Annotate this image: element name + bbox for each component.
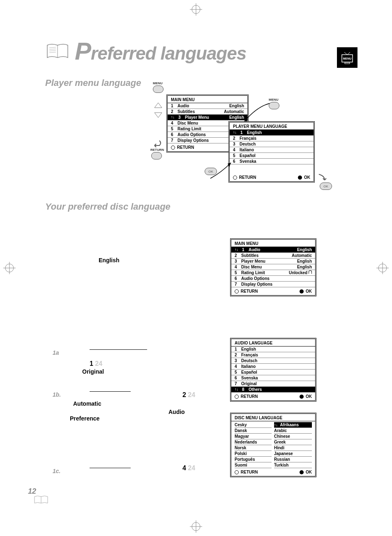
step-1a: 1a bbox=[53, 349, 59, 356]
return-text: RETURN bbox=[241, 289, 258, 293]
menu-button-icon-2 bbox=[269, 102, 279, 109]
crop-mark-top bbox=[190, 3, 202, 16]
osd-row: ↑↓ 3 Player Menu English bbox=[168, 115, 247, 120]
osd-row: ↑↓ 6 Svenska bbox=[231, 375, 315, 381]
svg-marker-23 bbox=[228, 163, 231, 167]
osd-row: ↑↓ 3 Deutsch bbox=[231, 358, 315, 364]
return-icon bbox=[235, 470, 239, 474]
ghost-24-b: 24 bbox=[188, 391, 195, 398]
crop-mark-bottom bbox=[190, 520, 202, 533]
lang-item: Dansk bbox=[235, 428, 272, 434]
num-2: 2 bbox=[182, 391, 186, 398]
ok-text: OK bbox=[306, 470, 312, 474]
return-text: RETURN bbox=[241, 470, 258, 474]
lang-item: Norsk bbox=[235, 445, 272, 451]
osd-row: ↑↓ 1 Audio English bbox=[231, 247, 315, 253]
return-icon bbox=[235, 395, 239, 399]
osd-row: ↑↓ 3 Deutsch bbox=[230, 141, 314, 147]
osd-row: ↑↓ 2 Français bbox=[231, 352, 315, 358]
page-title: Preferred languages bbox=[75, 37, 246, 65]
osd-row: ↑↓ 6 Svenska bbox=[230, 159, 314, 164]
return-label: RETURN bbox=[150, 148, 164, 152]
return-text: RETURN bbox=[239, 175, 256, 180]
return-icon bbox=[235, 289, 239, 293]
book-icon bbox=[45, 41, 70, 62]
lang-item: Hindi bbox=[274, 445, 312, 451]
osd-row: ↑↓ 4 Italiano bbox=[230, 147, 314, 153]
svg-text:MENU: MENU bbox=[343, 57, 352, 60]
osd-row: ↑↓ 4 Disc Menu English bbox=[231, 264, 315, 270]
lang-item: Cesky bbox=[235, 422, 272, 428]
osd-row: ↑↓ 5 Español bbox=[231, 370, 315, 375]
lang-item: Japanese bbox=[274, 451, 312, 457]
osd-title: AUDIO LANGUAGE bbox=[231, 339, 315, 347]
ok-dot-icon bbox=[300, 395, 304, 399]
osd-row: ↑↓ 2 Français bbox=[230, 136, 314, 141]
step-1c: 1c. bbox=[53, 468, 60, 474]
lang-item: ↑↓ Afrikaans bbox=[274, 422, 312, 428]
label-english: English bbox=[99, 257, 120, 263]
svg-marker-20 bbox=[154, 103, 162, 108]
lang-item: Greek bbox=[274, 439, 312, 445]
crop-mark-right bbox=[376, 262, 389, 274]
updown-arrows-icon bbox=[153, 102, 164, 120]
return-text: RETURN bbox=[241, 394, 258, 399]
osd-row: ↑↓ 2 Subtitles Automatic bbox=[231, 253, 315, 259]
osd-row: ↑↓ 7 Original bbox=[231, 381, 315, 387]
osd-audio-language: AUDIO LANGUAGE ↑↓ 1 English ↑↓ 2 Françai… bbox=[230, 338, 316, 402]
underline bbox=[90, 391, 131, 392]
ok-dot-icon bbox=[298, 176, 302, 180]
ghost-24: 24 bbox=[95, 360, 102, 367]
lang-item: Polski bbox=[235, 451, 272, 457]
return-icon bbox=[171, 146, 175, 150]
menu-label: MENU bbox=[153, 81, 163, 85]
svg-rect-19 bbox=[345, 62, 350, 64]
return-button-icon bbox=[151, 152, 162, 159]
ok-text: OK bbox=[304, 175, 310, 180]
osd-row: ↑↓ 8 Others bbox=[231, 387, 315, 393]
lang-item: Arabic bbox=[274, 428, 312, 434]
osd-row: ↑↓ 2 Subtitles Automatic bbox=[168, 109, 247, 115]
section-player-menu-language: Player menu language bbox=[45, 78, 349, 88]
osd-row: ↑↓ 1 English bbox=[231, 347, 315, 352]
ok-text: OK bbox=[306, 289, 312, 293]
label-preference: Preference bbox=[70, 415, 99, 422]
return-icon bbox=[233, 176, 237, 180]
osd-row: ↑↓ 5 Rating Limit Unlocked bbox=[231, 270, 315, 276]
osd-player-menu-language: PLAYER MENU LANGUAGE ↑↓ 1 English ↑↓ 2 F… bbox=[228, 121, 315, 183]
osd-row: ↑↓ 7 Display Options bbox=[231, 282, 315, 287]
lang-item: Suomi bbox=[235, 462, 272, 468]
osd-main-menu-2: MAIN MENU ↑↓ 1 Audio English ↑↓ 2 Subtit… bbox=[230, 238, 316, 296]
osd-title: DISC MENU LANGUAGE bbox=[231, 414, 315, 421]
label-original: Original bbox=[82, 368, 104, 375]
lock-icon bbox=[309, 270, 312, 274]
ghost-24-c: 24 bbox=[188, 464, 195, 471]
underline bbox=[90, 468, 131, 468]
label-audio: Audio bbox=[168, 409, 185, 415]
section-preferred-disc-language: Your preferred disc language bbox=[45, 201, 171, 212]
num-4: 4 bbox=[182, 464, 186, 471]
ok-button-icon-2: OK bbox=[320, 183, 332, 190]
underline bbox=[90, 349, 147, 350]
osd-disc-menu-language: DISC MENU LANGUAGE Cesky↑↓ AfrikaansDans… bbox=[230, 413, 316, 477]
osd-row: ↑↓ 3 Player Menu English bbox=[231, 259, 315, 264]
tv-menu-icon: MENU bbox=[337, 47, 357, 68]
osd-title: MAIN MENU bbox=[231, 240, 315, 247]
connector-arrow-icon-2 bbox=[209, 160, 233, 181]
svg-marker-21 bbox=[154, 113, 162, 118]
ok-text: OK bbox=[306, 394, 312, 399]
lang-item: Magyar bbox=[235, 434, 272, 439]
osd-row: ↑↓ 6 Audio Options bbox=[231, 276, 315, 282]
book-icon-small bbox=[34, 494, 48, 506]
lang-item: Português bbox=[235, 457, 272, 462]
osd-row: ↑↓ 4 Italiano bbox=[231, 364, 315, 370]
ok-dot-icon bbox=[300, 289, 304, 293]
lang-item: Nederlands bbox=[235, 439, 272, 445]
crop-mark-left bbox=[3, 262, 16, 274]
step-1b: 1b. bbox=[53, 391, 61, 398]
lang-item: Chinese bbox=[274, 434, 312, 439]
ok-dot-icon bbox=[300, 470, 304, 474]
label-automatic: Automatic bbox=[73, 400, 101, 407]
return-text: RETURN bbox=[177, 145, 194, 150]
lang-item: Turkish bbox=[274, 462, 312, 468]
